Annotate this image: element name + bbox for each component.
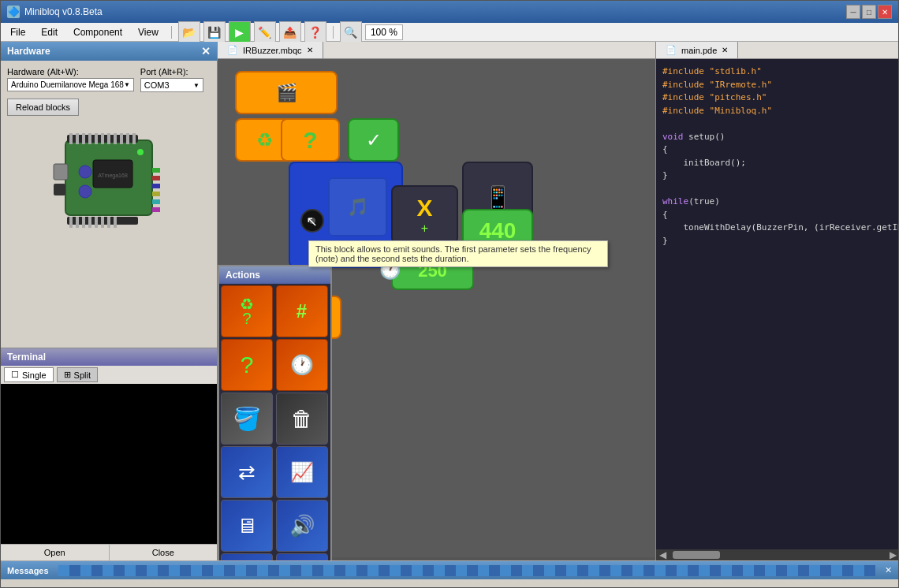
- action-btn-bucket[interactable]: 🪣: [221, 393, 273, 445]
- tab-main-pde[interactable]: 📄 main.pde ✕: [656, 42, 738, 58]
- close-button[interactable]: ✕: [878, 5, 892, 19]
- single-tab-label: Single: [22, 370, 47, 380]
- music-icon: 🎵: [347, 197, 368, 218]
- code-scrollbar-h[interactable]: ◀ ▶: [656, 549, 899, 560]
- action-btn-question2[interactable]: ?: [221, 339, 273, 391]
- messages-tiles: [58, 565, 875, 576]
- svg-rect-9: [95, 133, 98, 144]
- menu-edit[interactable]: Edit: [35, 25, 64, 39]
- tooltip-text: This block allows to emit sounds. The fi…: [315, 244, 591, 263]
- code-tab-icon: 📄: [666, 45, 677, 55]
- code-line-2: #include "IRremote.h": [662, 79, 893, 92]
- svg-rect-28: [114, 217, 117, 228]
- svg-rect-15: [132, 133, 136, 144]
- terminal-title: Terminal: [7, 352, 46, 363]
- svg-text:ATmega168: ATmega168: [98, 173, 128, 179]
- code-line-14: }: [662, 235, 893, 248]
- h-scroll-thumb[interactable]: [673, 551, 720, 559]
- svg-rect-11: [107, 133, 110, 144]
- menu-view[interactable]: View: [132, 25, 165, 39]
- film-block[interactable]: 🎬: [235, 71, 338, 114]
- actions-grid: ♻ ? # ? 🕐: [219, 284, 330, 560]
- terminal-open-button[interactable]: Open: [1, 545, 110, 560]
- mouse-cursor: ↖: [306, 213, 318, 230]
- check-icon: ✓: [366, 129, 382, 151]
- scroll-right-btn[interactable]: ▶: [886, 549, 899, 560]
- single-tab-icon: ☐: [11, 370, 19, 380]
- maximize-button[interactable]: □: [862, 5, 876, 19]
- toolbar-save-button[interactable]: 💾: [203, 21, 226, 43]
- tab-icon-irbuzzer: 📄: [227, 45, 238, 55]
- svg-rect-1: [54, 164, 68, 180]
- main-layout: Hardware ✕ Hardware (Alt+W): Arduino Due…: [1, 42, 899, 560]
- check-block[interactable]: ✓: [348, 118, 399, 162]
- plus-icon: +: [421, 221, 428, 236]
- toolbar-help-button[interactable]: ❓: [304, 21, 326, 43]
- action-btn-speaker[interactable]: 🔊: [276, 500, 328, 552]
- messages-close-icon[interactable]: ✕: [885, 565, 892, 575]
- hardware-field-row: Hardware (Alt+W): Arduino Duemilanove Me…: [7, 67, 211, 92]
- action-btn-question[interactable]: ♻ ?: [221, 285, 273, 337]
- hardware-panel-close[interactable]: ✕: [201, 45, 211, 58]
- action-btn-chart[interactable]: 📈: [276, 446, 328, 498]
- svg-rect-34: [152, 207, 160, 212]
- tab-close-irbuzzer[interactable]: ✕: [307, 46, 313, 54]
- music-block[interactable]: 🎵: [328, 177, 387, 236]
- minimize-button[interactable]: ─: [846, 5, 860, 19]
- canvas-tab-bar: 📄 IRBuzzer.mbqc ✕: [218, 42, 655, 59]
- action-btn-bucket2[interactable]: 🗑: [276, 393, 328, 445]
- action-btn-gear[interactable]: ⚙: [221, 553, 273, 560]
- action-btn-clock[interactable]: 🕐: [276, 339, 328, 391]
- split-tab-label: Split: [74, 370, 91, 380]
- menu-file[interactable]: File: [4, 25, 32, 39]
- question-block-orange[interactable]: ?: [281, 118, 340, 162]
- app-title: Minibloq v0.8.Beta: [24, 6, 846, 17]
- hardware-select[interactable]: Arduino Duemilanove Mega 168 ▼: [7, 78, 134, 91]
- toolbar-edit-button[interactable]: ✏️: [254, 21, 276, 43]
- svg-rect-33: [152, 199, 160, 204]
- right-panel: 📄 main.pde ✕ #include "stdlib.h" #includ…: [655, 42, 899, 560]
- svg-rect-32: [152, 192, 160, 196]
- reload-blocks-button[interactable]: Reload blocks: [7, 99, 79, 116]
- menu-component[interactable]: Component: [67, 25, 129, 39]
- port-select[interactable]: COM3 ▼: [140, 78, 203, 92]
- center-canvas: 📄 IRBuzzer.mbqc ✕ 🎬 ♻ ?: [218, 42, 655, 560]
- code-tab-close[interactable]: ✕: [722, 46, 728, 54]
- action-btn-hash[interactable]: #: [276, 285, 328, 337]
- svg-rect-21: [69, 217, 73, 228]
- multiply-block[interactable]: X +: [391, 185, 458, 244]
- action-btn-monitor[interactable]: 🖥: [221, 500, 273, 552]
- port-dropdown-arrow[interactable]: ▼: [193, 82, 200, 89]
- action-hash-icon: #: [297, 300, 307, 322]
- left-panel: Hardware ✕ Hardware (Alt+W): Arduino Due…: [1, 42, 218, 560]
- code-tab-label: main.pde: [681, 46, 717, 55]
- toolbar-run-button[interactable]: ▶: [229, 21, 251, 43]
- hardware-field-group: Hardware (Alt+W): Arduino Duemilanove Me…: [7, 67, 134, 92]
- arduino-svg: ATmega168: [50, 128, 168, 231]
- terminal-close-button[interactable]: Close: [110, 545, 218, 560]
- scroll-left-btn[interactable]: ◀: [656, 549, 670, 560]
- action-bucket-icon: 🪣: [233, 406, 261, 432]
- split-tab-icon: ⊞: [64, 370, 71, 380]
- action-btn-arrows[interactable]: ⇄: [221, 446, 273, 498]
- hardware-dropdown-arrow[interactable]: ▼: [124, 81, 130, 88]
- app-window: 🔷 Minibloq v0.8.Beta ─ □ ✕ File Edit Com…: [0, 0, 899, 588]
- terminal-tab-split[interactable]: ⊞ Split: [57, 367, 98, 382]
- svg-rect-14: [126, 133, 129, 144]
- refresh-icon-1: ♻: [256, 129, 274, 151]
- action-chart-icon: 📈: [290, 461, 314, 483]
- terminal-tab-single[interactable]: ☐ Single: [4, 367, 54, 382]
- action-question-icon: ?: [242, 310, 251, 328]
- canvas-area[interactable]: 🎬 ♻ ? ✓ 🎵: [218, 59, 655, 557]
- toolbar-upload-button[interactable]: 📤: [279, 21, 301, 43]
- action-btn-scanner[interactable]: 📷: [276, 553, 328, 560]
- hardware-panel-title: Hardware: [7, 46, 50, 57]
- toolbar-open-button[interactable]: 📂: [178, 21, 200, 43]
- tab-irbuzzer[interactable]: 📄 IRBuzzer.mbqc ✕: [218, 42, 323, 58]
- code-line-13: toneWithDelay(BuzzerPin, (irReceiver.get…: [662, 221, 893, 235]
- terminal-tabs: ☐ Single ⊞ Split: [1, 366, 217, 384]
- code-line-8: initBoard();: [662, 157, 893, 170]
- menu-bar: File Edit Component View 📂 💾 ▶ ✏️ 📤 ❓ 🔍 …: [1, 23, 898, 42]
- terminal-header: Terminal: [1, 348, 217, 366]
- svg-point-20: [79, 185, 91, 198]
